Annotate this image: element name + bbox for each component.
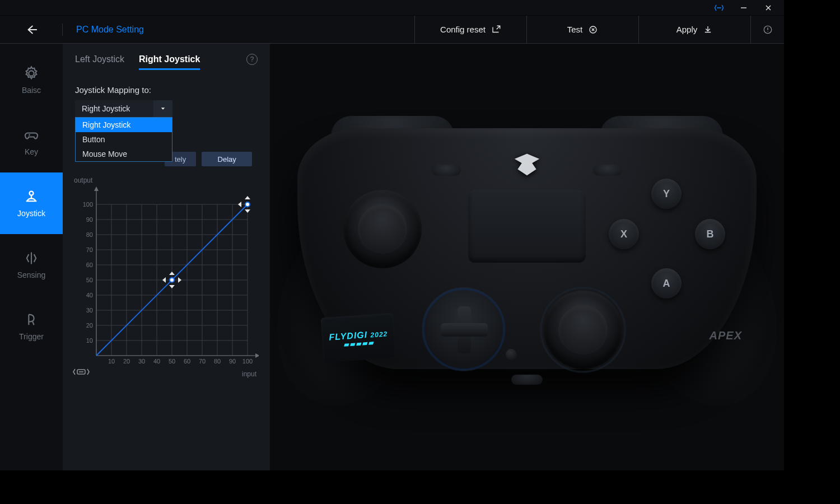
svg-text:90: 90: [229, 358, 236, 365]
minimize-button[interactable]: [731, 0, 756, 16]
chart-axes: [94, 186, 259, 358]
sidebar-item-sensing[interactable]: Sensing: [0, 234, 63, 296]
sidebar-item-basic[interactable]: Baisc: [0, 49, 63, 111]
mapping-dropdown[interactable]: Right Joystick Right Joystick Button Mou…: [75, 100, 172, 117]
close-button[interactable]: [756, 0, 781, 16]
mapping-option[interactable]: Mouse Move: [76, 147, 172, 161]
menu-button: [593, 165, 622, 176]
sidebar-label: Key: [25, 147, 38, 156]
window-titlebar: [0, 0, 784, 16]
svg-text:70: 70: [199, 358, 206, 365]
apply-button[interactable]: Apply: [638, 16, 750, 43]
svg-marker-48: [169, 272, 175, 275]
svg-text:20: 20: [86, 322, 93, 329]
svg-marker-49: [169, 285, 175, 288]
test-button[interactable]: Test: [526, 16, 638, 43]
view-button: [432, 165, 461, 176]
sidebar-item-key[interactable]: Key: [0, 111, 63, 172]
chart-ylabel: output: [74, 176, 92, 184]
chevron-down-icon: [153, 100, 172, 117]
header: PC Mode Setting Config reset Test Apply: [0, 16, 784, 44]
sidebar-label: Trigger: [19, 332, 44, 341]
download-icon: [703, 25, 713, 35]
svg-marker-53: [245, 196, 250, 199]
warning-circle-icon: [763, 25, 773, 35]
help-icon[interactable]: ?: [246, 54, 258, 65]
svg-text:70: 70: [86, 246, 93, 253]
chart-grid: [96, 193, 253, 356]
display-bars-icon: [344, 342, 374, 347]
face-button-x: X: [609, 219, 639, 249]
small-button: [506, 349, 517, 360]
joystick-tabs: Left Joystick Right Joystick ?: [63, 44, 270, 75]
svg-text:60: 60: [184, 358, 190, 365]
sidebar-label: Sensing: [17, 270, 46, 279]
mapping-option[interactable]: Button: [76, 132, 172, 147]
gear-icon: [24, 66, 39, 81]
mapping-dropdown-list: Right Joystick Button Mouse Move: [75, 117, 172, 162]
svg-text:80: 80: [86, 231, 93, 238]
sidebar-item-joystick[interactable]: Joystick: [0, 172, 63, 234]
cancel-circle-icon: [588, 25, 598, 35]
mapping-option[interactable]: Right Joystick: [76, 118, 172, 132]
trigger-icon: [24, 312, 39, 328]
controller-display: FLYDIGI 2022: [320, 313, 396, 363]
controller-icon: [24, 127, 39, 143]
svg-marker-55: [238, 202, 241, 207]
main: Left Joystick Right Joystick ? Joystick …: [63, 44, 784, 470]
controller-preview: Y B A X: [270, 44, 784, 470]
config-reset-button[interactable]: Config reset: [414, 16, 526, 43]
delay-button[interactable]: Delay: [202, 152, 252, 166]
svg-marker-50: [162, 277, 166, 283]
curve-reset-icon[interactable]: [73, 367, 90, 379]
svg-text:50: 50: [86, 277, 93, 283]
sidebar: Baisc Key Joystick Sensing Trigger: [0, 44, 63, 470]
sidebar-label: Baisc: [22, 86, 41, 95]
svg-marker-51: [178, 277, 181, 283]
svg-text:100: 100: [83, 201, 93, 208]
svg-point-52: [170, 278, 174, 282]
display-year: 2022: [370, 330, 388, 339]
mapping-selected: Right Joystick: [75, 104, 153, 113]
svg-text:40: 40: [86, 292, 93, 298]
header-left: PC Mode Setting: [0, 16, 270, 43]
back-button[interactable]: [0, 24, 63, 36]
info-button[interactable]: [750, 16, 784, 43]
svg-marker-54: [245, 209, 250, 213]
left-stick: [343, 190, 422, 268]
mode-title: PC Mode Setting: [63, 25, 270, 35]
face-button-y: Y: [651, 179, 682, 209]
svg-text:90: 90: [86, 216, 93, 223]
svg-text:20: 20: [123, 358, 130, 365]
svg-text:40: 40: [153, 358, 160, 365]
curve-chart[interactable]: output: [63, 166, 270, 367]
svg-text:60: 60: [86, 262, 93, 268]
chart-xticks: 10 20 30 40 50 60 70 80 90 100: [108, 358, 253, 365]
face-buttons: Y B A X: [608, 179, 725, 296]
dpad: [422, 287, 506, 371]
expand-icon[interactable]: [707, 0, 731, 16]
mapping-block: Joystick Mapping to: Right Joystick Righ…: [63, 75, 270, 166]
mapping-dropdown-trigger[interactable]: Right Joystick: [75, 100, 172, 117]
svg-text:50: 50: [169, 358, 175, 365]
svg-text:30: 30: [86, 307, 93, 314]
sidebar-label: Joystick: [17, 209, 45, 218]
config-panel: Left Joystick Right Joystick ? Joystick …: [63, 44, 270, 470]
tab-left-joystick[interactable]: Left Joystick: [75, 51, 124, 68]
brand-logo-icon: [511, 151, 543, 180]
export-icon: [491, 25, 501, 35]
model-label: APEX: [710, 329, 742, 342]
face-button-a: A: [651, 268, 682, 298]
sidebar-item-trigger[interactable]: Trigger: [0, 296, 63, 357]
svg-marker-27: [94, 186, 99, 191]
body: Baisc Key Joystick Sensing Trigger: [0, 44, 784, 470]
svg-text:80: 80: [214, 358, 221, 365]
display-brand: FLYDIGI: [329, 329, 368, 342]
touchpad: [468, 190, 586, 263]
svg-marker-25: [255, 353, 259, 358]
config-reset-label: Config reset: [440, 25, 486, 34]
curve-handle-mid[interactable]: [162, 272, 181, 288]
tab-right-joystick[interactable]: Right Joystick: [139, 51, 200, 68]
chart-yticks: 10 20 30 40 50 60 70 80 90 100: [83, 201, 93, 344]
window: PC Mode Setting Config reset Test Apply …: [0, 0, 784, 470]
